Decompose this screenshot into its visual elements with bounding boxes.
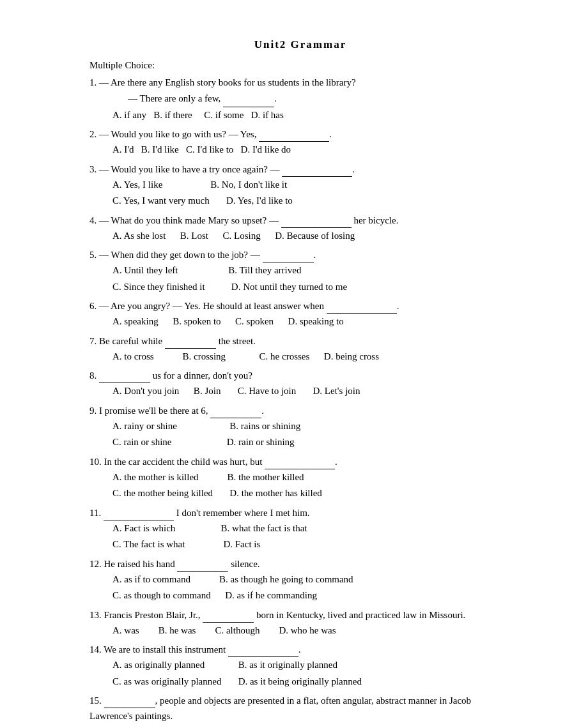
q8-text: 8. us for a dinner, don't you? xyxy=(89,367,511,383)
q8-blank xyxy=(99,367,150,383)
q14-optAB: A. as originally planned B. as it origin… xyxy=(112,657,511,674)
q13-text: 13. Francis Preston Blair, Jr., born in … xyxy=(89,607,511,623)
q13-blank xyxy=(203,607,254,623)
q15-blank xyxy=(104,692,155,708)
q10-optAB: A. the mother is killed B. the mother ki… xyxy=(112,469,511,486)
question-10: 10. In the car accident the child was hu… xyxy=(89,453,511,502)
question-9: 9. I promise we'll be there at 6, . A. r… xyxy=(89,402,511,451)
q5-optAB: A. Until they left B. Till they arrived xyxy=(112,262,511,279)
q1-options: A. if any B. if there C. if some D. if h… xyxy=(112,107,511,124)
question-6: 6. — Are you angry? — Yes. He should at … xyxy=(89,298,511,330)
question-7: 7. Be careful while the street. A. to cr… xyxy=(89,333,511,365)
q9-blank xyxy=(210,402,261,418)
q3-text: 3. — Would you like to have a try once a… xyxy=(89,161,511,177)
q5-text: 5. — When did they get down to the job? … xyxy=(89,246,511,262)
question-1: 1. — Are there any English story books f… xyxy=(89,75,511,123)
section-label: Multiple Choice: xyxy=(89,60,511,71)
q12-optCD: C. as though to command D. as if he comm… xyxy=(112,588,511,604)
q7-options: A. to cross B. crossing C. he crosses D.… xyxy=(112,349,511,365)
q6-blank xyxy=(327,298,397,314)
q14-blank xyxy=(228,641,298,657)
q2-blank xyxy=(259,126,329,142)
q12-optAB: A. as if to command B. as though he goin… xyxy=(112,572,511,588)
q4-text: 4. — What do you think made Mary so upse… xyxy=(89,212,511,228)
q11-optCD: C. The fact is what D. Fact is xyxy=(112,536,511,553)
q3-optCD: C. Yes, I want very much D. Yes, I'd lik… xyxy=(112,193,511,209)
q9-text: 9. I promise we'll be there at 6, . xyxy=(89,402,511,418)
q5-optCD: C. Since they finished it D. Not until t… xyxy=(112,279,511,296)
question-4: 4. — What do you think made Mary so upse… xyxy=(89,212,511,245)
q10-text: 10. In the car accident the child was hu… xyxy=(89,453,511,469)
q14-text: 14. We are to install this instrument . xyxy=(89,641,511,657)
q10-blank xyxy=(265,453,335,469)
q7-blank xyxy=(165,333,216,349)
q9-optCD: C. rain or shine D. rain or shining xyxy=(112,434,511,451)
q11-optAB: A. Fact is which B. what the fact is tha… xyxy=(112,520,511,537)
q7-text: 7. Be careful while the street. xyxy=(89,333,511,349)
q11-blank xyxy=(104,504,174,520)
q6-text: 6. — Are you angry? — Yes. He should at … xyxy=(89,298,511,314)
q12-text: 12. He raised his hand silence. xyxy=(89,556,511,572)
q3-blank xyxy=(282,161,352,177)
question-2: 2. — Would you like to go with us? — Yes… xyxy=(89,126,511,158)
q10-optCD: C. the mother being killed D. the mother… xyxy=(112,485,511,502)
question-11: 11. I don't remember where I met him. A.… xyxy=(89,504,511,553)
q8-options: A. Don't you join B. Join C. Have to joi… xyxy=(112,383,511,400)
q9-optAB: A. rainy or shine B. rains or shining xyxy=(112,418,511,435)
question-8: 8. us for a dinner, don't you? A. Don't … xyxy=(89,367,511,400)
question-14: 14. We are to install this instrument . … xyxy=(89,641,511,690)
question-15: 15. , people and objects are presented i… xyxy=(89,692,511,728)
q3-optAB: A. Yes, I like B. No, I don't like it xyxy=(112,177,511,193)
question-12: 12. He raised his hand silence. A. as if… xyxy=(89,556,511,604)
question-3: 3. — Would you like to have a try once a… xyxy=(89,161,511,209)
q2-options: A. I'd B. I'd like C. I'd like to D. I'd… xyxy=(112,142,511,158)
question-13: 13. Francis Preston Blair, Jr., born in … xyxy=(89,607,511,639)
q12-blank xyxy=(177,556,228,572)
q1-text: 1. — Are there any English story books f… xyxy=(89,75,511,90)
q13-options: A. was B. he was C. although D. who he w… xyxy=(112,623,511,639)
q2-text: 2. — Would you like to go with us? — Yes… xyxy=(89,126,511,142)
q1-cont: — There are only a few, . xyxy=(128,90,511,107)
q1-blank xyxy=(223,90,274,107)
q15-optAB: A. Always able to recognize B. The abili… xyxy=(112,724,511,728)
q5-blank xyxy=(263,246,314,262)
q6-options: A. speaking B. spoken to C. spoken D. sp… xyxy=(112,314,511,330)
question-5: 5. — When did they get down to the job? … xyxy=(89,246,511,295)
q4-blank xyxy=(281,212,352,228)
q11-text: 11. I don't remember where I met him. xyxy=(89,504,511,520)
q15-text: 15. , people and objects are presented i… xyxy=(89,692,511,724)
q14-optCD: C. as was originally planned D. as it be… xyxy=(112,674,511,690)
q4-options: A. As she lost B. Lost C. Losing D. Beca… xyxy=(112,228,511,245)
page-title: Unit2 Grammar xyxy=(89,38,511,51)
